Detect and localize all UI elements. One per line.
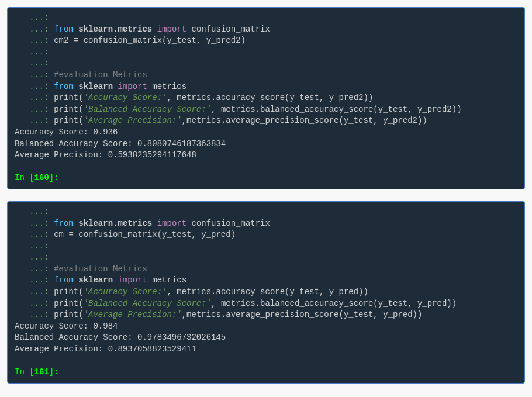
- print-args: ,metrics.average_precision_score(y_test,…: [182, 310, 423, 319]
- input-prompt[interactable]: In [161]:: [15, 367, 517, 378]
- code-line: ...: from sklearn import metrics: [15, 275, 517, 286]
- output-line: Accuracy Score: 0.936: [15, 127, 517, 139]
- string-literal: 'Balanced Accuracy Score:': [84, 105, 211, 114]
- module-name: sklearn: [78, 275, 113, 285]
- code-line: ...: from sklearn import metrics: [15, 81, 517, 93]
- continuation-prompt: ...:: [15, 264, 54, 274]
- continuation-prompt: ...:: [15, 299, 54, 308]
- keyword-from: from: [54, 82, 74, 91]
- code-line: ...: print('Average Precision:',metrics.…: [15, 115, 517, 127]
- code-line: ...: cm = confusion_matrix(y_test, y_pre…: [15, 229, 517, 241]
- string-literal: 'Average Precision:': [84, 310, 182, 319]
- code-line: ...: print('Balanced Accuracy Score:', m…: [15, 104, 517, 116]
- code-line: ...: print('Average Precision:',metrics.…: [15, 309, 517, 321]
- continuation-prompt: ...:: [15, 253, 54, 262]
- continuation-prompt: ...:: [15, 93, 54, 102]
- continuation-prompt: ...:: [15, 70, 54, 80]
- keyword-from: from: [54, 219, 74, 228]
- continuation-prompt: ...:: [15, 25, 54, 34]
- module-name: sklearn: [78, 82, 113, 91]
- keyword-import: import: [157, 25, 186, 34]
- code-cell: ...: ...: from sklearn.metrics import co…: [7, 201, 525, 384]
- keyword-import: import: [118, 275, 147, 285]
- code-line: ...: print('Balanced Accuracy Score:', m…: [15, 298, 517, 310]
- import-name: metrics: [152, 82, 186, 91]
- continuation-prompt: ...:: [15, 47, 54, 57]
- code-line: ...: #evaluation Metrics: [15, 70, 517, 81]
- code-line: ...:: [15, 252, 517, 264]
- code-line: ...: from sklearn.metrics import confusi…: [15, 24, 517, 36]
- prompt-prefix: In [: [15, 367, 34, 377]
- code-line: ...: print('Accuracy Score:', metrics.ac…: [15, 92, 517, 104]
- string-literal: 'Balanced Accuracy Score:': [84, 299, 211, 308]
- string-literal: 'Accuracy Score:': [84, 287, 167, 296]
- keyword-from: from: [54, 25, 74, 34]
- input-prompt[interactable]: In [160]:: [15, 172, 517, 184]
- code-line: ...:: [15, 12, 517, 24]
- continuation-prompt: ...:: [15, 310, 54, 319]
- assignment: cm2 = confusion_matrix(y_test, y_pred2): [54, 36, 246, 45]
- print-fn: print: [54, 116, 78, 125]
- continuation-prompt: ...:: [15, 275, 54, 285]
- output-line: Balanced Accuracy Score: 0.9783496732026…: [15, 332, 517, 344]
- continuation-prompt: ...:: [15, 219, 54, 228]
- continuation-prompt: ...:: [15, 241, 54, 251]
- code-line: ...:: [15, 241, 517, 253]
- comment: #evaluation Metrics: [54, 264, 147, 274]
- string-literal: 'Accuracy Score:': [84, 93, 167, 102]
- continuation-prompt: ...:: [15, 287, 54, 296]
- code-line: ...:: [15, 58, 517, 70]
- code-line: ...:: [15, 206, 517, 218]
- prompt-number: 160: [34, 173, 49, 182]
- keyword-import: import: [118, 82, 147, 91]
- output-line: Accuracy Score: 0.984: [15, 321, 517, 333]
- module-name: sklearn.metrics: [78, 25, 152, 34]
- code-line: ...: print('Accuracy Score:', metrics.ac…: [15, 286, 517, 298]
- continuation-prompt: ...:: [15, 105, 54, 114]
- continuation-prompt: ...:: [15, 58, 54, 68]
- print-args: , metrics.balanced_accuracy_score(y_test…: [211, 105, 461, 114]
- keyword-from: from: [54, 275, 74, 285]
- module-name: sklearn.metrics: [78, 219, 152, 228]
- string-literal: 'Average Precision:': [84, 116, 182, 125]
- blank-line: [15, 355, 517, 367]
- print-fn: print: [54, 299, 78, 308]
- print-fn: print: [54, 287, 78, 296]
- prompt-suffix: ]:: [49, 173, 59, 182]
- prompt-prefix: In [: [15, 173, 34, 182]
- code-line: ...: #evaluation Metrics: [15, 264, 517, 275]
- print-args: ,metrics.average_precision_score(y_test,…: [182, 116, 427, 125]
- print-args: , metrics.accuracy_score(y_test, y_pred2…: [167, 93, 373, 102]
- continuation-prompt: ...:: [15, 36, 54, 45]
- prompt-suffix: ]:: [49, 367, 59, 377]
- print-args: , metrics.accuracy_score(y_test, y_pred)…: [167, 287, 368, 296]
- continuation-prompt: ...:: [15, 82, 54, 91]
- code-cell: ...: ...: from sklearn.metrics import co…: [7, 7, 525, 189]
- print-fn: print: [54, 93, 78, 102]
- import-name: confusion_matrix: [192, 219, 270, 228]
- print-fn: print: [54, 105, 78, 114]
- code-line: ...:: [15, 47, 517, 58]
- output-line: Average Precision: 0.8937058823529411: [15, 344, 517, 355]
- assignment: cm = confusion_matrix(y_test, y_pred): [54, 230, 236, 239]
- code-line: ...: from sklearn.metrics import confusi…: [15, 218, 517, 230]
- comment: #evaluation Metrics: [54, 70, 147, 80]
- continuation-prompt: ...:: [15, 13, 54, 22]
- import-name: confusion_matrix: [192, 25, 270, 34]
- prompt-number: 161: [34, 367, 49, 377]
- print-fn: print: [54, 310, 78, 319]
- print-args: , metrics.balanced_accuracy_score(y_test…: [211, 299, 457, 308]
- blank-line: [15, 161, 517, 173]
- keyword-import: import: [157, 219, 186, 228]
- import-name: metrics: [152, 275, 186, 285]
- output-line: Average Precision: 0.5938235294117648: [15, 150, 517, 161]
- code-line: ...: cm2 = confusion_matrix(y_test, y_pr…: [15, 35, 517, 47]
- continuation-prompt: ...:: [15, 230, 54, 239]
- output-line: Balanced Accuracy Score: 0.8080746187363…: [15, 139, 517, 150]
- continuation-prompt: ...:: [15, 116, 54, 125]
- continuation-prompt: ...:: [15, 207, 54, 216]
